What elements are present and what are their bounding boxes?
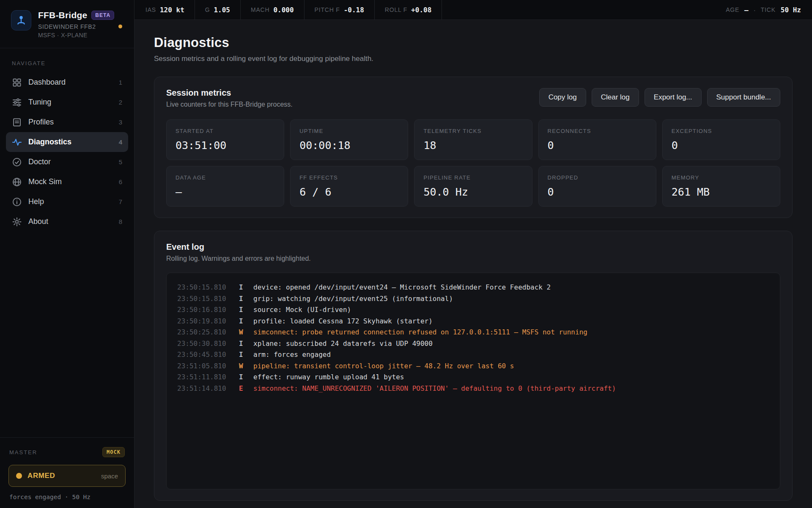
metric-value: 261 MB [672, 186, 771, 198]
log-level: I [239, 338, 253, 350]
log-panel[interactable]: 23:50:15.810Idevice: opened /dev/input/e… [166, 273, 780, 489]
sim-targets: MSFS · X-PLANE [38, 32, 114, 39]
log-level: I [239, 304, 253, 316]
sidebar-item-label: Tuning [28, 98, 51, 107]
telemetry-right-group: AGE — · TICK 50 Hz [726, 0, 812, 19]
telemetry-label: PITCH F [315, 6, 340, 13]
metric-label: MEMORY [672, 174, 771, 181]
telemetry-label: ROLL F [385, 6, 407, 13]
info-circle-icon [12, 197, 22, 207]
copy-log-button[interactable]: Copy log [539, 88, 586, 107]
app-logo [11, 10, 31, 30]
app-title: FFB-Bridge [38, 10, 87, 20]
clear-log-button[interactable]: Clear log [592, 88, 639, 107]
card-subtitle: Rolling log. Warnings and errors are hig… [166, 255, 311, 262]
metric-label: STARTED AT [176, 128, 275, 134]
armed-label: ARMED [27, 472, 55, 480]
telemetry-g: G 1.05 [195, 0, 241, 19]
log-time: 23:50:15.810 [177, 293, 239, 305]
log-entry-warning: 23:50:25.810Wsimconnect: probe returned … [177, 327, 769, 338]
log-message: effect: runway rumble upload 41 bytes [253, 372, 404, 383]
sidebar-nav: NAVIGATE Dashboard 1 Tuning 2 Profiles 3 [0, 48, 134, 232]
log-time: 23:50:30.810 [177, 338, 239, 350]
master-label: MASTER [9, 449, 37, 456]
dot-separator: · [754, 6, 756, 14]
card-heading-block: Session metrics Live counters for this F… [166, 88, 293, 108]
app-title-block: FFB-Bridge BETA SIDEWINDER FFB2 MSFS · X… [38, 10, 114, 39]
log-entry: 23:51:11.810Ieffect: runway rumble uploa… [177, 372, 769, 383]
metric-label: FF EFFECTS [299, 174, 399, 181]
metric-value: 6 / 6 [299, 186, 399, 198]
sidebar-item-tuning[interactable]: Tuning 2 [6, 92, 128, 112]
support-bundle-button[interactable]: Support bundle... [707, 88, 780, 107]
log-time: 23:50:19.810 [177, 316, 239, 327]
metric-label: DATA AGE [176, 174, 275, 181]
sidebar-item-profiles[interactable]: Profiles 3 [6, 112, 128, 132]
log-message: simconnect: NAME_UNRECOGNIZED 'AILERON P… [253, 383, 616, 395]
card-subtitle: Live counters for this FFB-Bridge proces… [166, 101, 293, 108]
telemetry-ias: IAS 120 kt [135, 0, 195, 19]
sidebar-item-label: Profiles [28, 118, 54, 127]
telemetry-value: 1.05 [214, 6, 230, 14]
armed-toggle-button[interactable]: ARMED space [8, 465, 126, 487]
metric-value: 50.0 Hz [423, 186, 523, 198]
metric-dropped: DROPPED 0 [538, 166, 656, 207]
log-level: W [239, 327, 253, 338]
metric-uptime: UPTIME 00:00:18 [290, 119, 408, 160]
log-entry: 23:50:19.810Iprofile: loaded Cessna 172 … [177, 316, 769, 327]
sidebar-item-diagnostics[interactable]: Diagnostics 4 [6, 132, 128, 152]
export-log-button[interactable]: Export log... [645, 88, 702, 107]
status-dot [118, 25, 122, 28]
telemetry-value: -0.18 [344, 6, 364, 14]
event-log-card: Event log Rolling log. Warnings and erro… [154, 231, 793, 501]
sidebar-item-about[interactable]: About 8 [6, 212, 128, 232]
card-title: Event log [166, 242, 311, 252]
metric-label: TELEMETRY TICKS [423, 128, 523, 134]
log-time: 23:50:16.810 [177, 304, 239, 316]
telemetry-value: 120 kt [160, 6, 184, 14]
session-metrics-card: Session metrics Live counters for this F… [154, 77, 793, 218]
sidebar-item-shortcut: 1 [119, 79, 122, 86]
main-column: IAS 120 kt G 1.05 MACH 0.000 PITCH F -0.… [134, 0, 812, 508]
log-entry-error: 23:51:14.810Esimconnect: NAME_UNRECOGNIZ… [177, 383, 769, 395]
sidebar-item-dashboard[interactable]: Dashboard 1 [6, 72, 128, 92]
armed-status-dot [16, 473, 22, 479]
log-message: profile: loaded Cessna 172 Skyhawk (star… [253, 316, 433, 327]
beta-badge: BETA [91, 11, 114, 20]
engine-status-text: forces engaged · 50 Hz [8, 494, 126, 500]
sidebar: FFB-Bridge BETA SIDEWINDER FFB2 MSFS · X… [0, 0, 134, 508]
metric-ff-effects: FF EFFECTS 6 / 6 [290, 166, 408, 207]
telemetry-value: — [744, 6, 749, 14]
log-time: 23:50:15.810 [177, 282, 239, 293]
dashboard-icon [12, 77, 22, 88]
log-message: device: opened /dev/input/event24 — Micr… [253, 282, 551, 293]
log-message: pipeline: transient control-loop jitter … [253, 361, 514, 372]
card-title: Session metrics [166, 88, 293, 98]
log-entry: 23:50:15.810Igrip: watching /dev/input/e… [177, 293, 769, 305]
sidebar-item-label: Help [28, 197, 44, 206]
metric-value: 0 [548, 139, 647, 152]
globe-icon [12, 177, 22, 187]
log-level: I [239, 316, 253, 327]
sidebar-item-shortcut: 7 [119, 198, 122, 205]
log-entry: 23:50:45.810Iarm: forces engaged [177, 349, 769, 361]
sidebar-item-doctor[interactable]: Doctor 5 [6, 152, 128, 172]
log-level: I [239, 372, 253, 383]
sidebar-item-mock-sim[interactable]: Mock Sim 6 [6, 172, 128, 192]
log-level: I [239, 293, 253, 305]
metric-value: 0 [548, 186, 647, 198]
telemetry-label: MACH [251, 6, 269, 13]
log-message: grip: watching /dev/input/event25 (infor… [253, 293, 453, 305]
app-header: FFB-Bridge BETA SIDEWINDER FFB2 MSFS · X… [0, 0, 134, 48]
telemetry-label: AGE [726, 6, 739, 13]
sidebar-item-shortcut: 3 [119, 119, 122, 126]
metric-reconnects: RECONNECTS 0 [538, 119, 656, 160]
metric-memory: MEMORY 261 MB [662, 166, 780, 207]
sidebar-item-help[interactable]: Help 7 [6, 192, 128, 212]
metric-pipeline-rate: PIPELINE RATE 50.0 Hz [414, 166, 532, 207]
metric-value: — [176, 186, 275, 198]
metric-label: PIPELINE RATE [423, 174, 523, 181]
sidebar-item-label: About [28, 217, 48, 226]
sidebar-item-shortcut: 2 [119, 99, 122, 106]
page-subtitle: Session metrics and a rolling event log … [154, 55, 793, 63]
